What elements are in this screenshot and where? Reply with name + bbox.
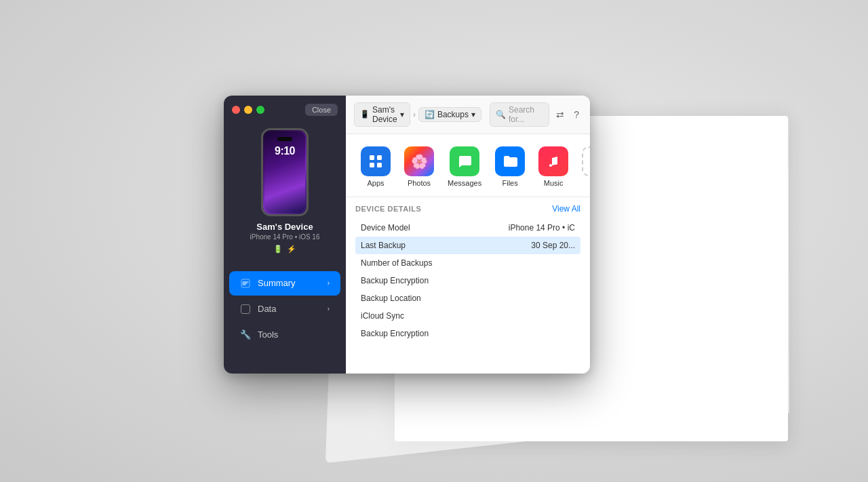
svg-rect-1 [370, 155, 374, 160]
table-row: Backup Encryption [355, 272, 580, 289]
table-row: Backup Location [355, 289, 580, 307]
device-model-info: iPhone 14 Pro • iOS 16 [250, 233, 319, 241]
icloud-sync-key: iCloud Sync [361, 311, 575, 321]
refresh-button[interactable]: ⇄ [553, 106, 567, 123]
photos-icon: 🌸 [404, 146, 434, 176]
messages-label: Messages [448, 179, 481, 187]
backup-location-key: Backup Location [361, 294, 575, 303]
minimize-light[interactable] [244, 106, 252, 114]
close-light[interactable] [232, 106, 240, 114]
table-row: Number of Backups [355, 254, 580, 272]
search-field[interactable]: 🔍 Search for... [490, 102, 549, 127]
breadcrumb-device-chevron: ▾ [400, 110, 404, 119]
details-table: Device Model iPhone 14 Pro • iC Last Bac… [355, 219, 580, 342]
backup-enc2-key: Backup Encryption [361, 329, 575, 338]
phone-small-icon: 📱 [360, 110, 370, 119]
sidebar-nav: Summary › Data › 🔧 Tools [224, 264, 346, 374]
data-nav-icon [240, 304, 251, 315]
search-icon: 🔍 [496, 110, 506, 119]
details-section: DEVICE DETAILS View All Device Model iPh… [346, 197, 590, 374]
battery-icon: 🔋 [273, 245, 283, 254]
last-backup-key: Last Backup [361, 241, 531, 250]
nav-tools-label: Tools [258, 329, 278, 340]
backup-encryption-key: Backup Encryption [361, 276, 575, 285]
summary-icon [240, 278, 251, 289]
nav-data-label: Data [258, 304, 276, 314]
photos-label: Photos [408, 179, 431, 187]
app-window: Close 9:10 Sam's Device iPhone 14 Pro • … [224, 96, 590, 374]
help-button[interactable]: ? [571, 106, 582, 123]
add-icon-item[interactable]: + Add [576, 142, 590, 191]
breadcrumb-section[interactable]: 🔄 Backups ▾ [418, 107, 481, 122]
toolbar: 📱 Sam's Device ▾ › 🔄 Backups ▾ 🔍 Search … [346, 96, 590, 134]
icon-grid: Apps 🌸 Photos Messages [346, 134, 590, 197]
phone-mockup: 9:10 [261, 128, 309, 216]
music-label: Music [544, 179, 564, 187]
apps-icon-item[interactable]: Apps [355, 142, 396, 191]
breadcrumb-separator: › [413, 110, 416, 119]
phone-screen: 9:10 [264, 132, 305, 213]
nav-item-summary[interactable]: Summary › [229, 271, 340, 296]
num-backups-key: Number of Backups [361, 258, 575, 268]
last-backup-value: 30 Sep 20... [531, 241, 575, 250]
breadcrumb-section-label: Backups [437, 110, 469, 119]
table-row: Device Model iPhone 14 Pro • iC [355, 219, 580, 237]
apps-icon [361, 146, 391, 176]
sidebar: Close 9:10 Sam's Device iPhone 14 Pro • … [224, 96, 346, 374]
music-icon-item[interactable]: Music [533, 142, 574, 191]
device-model-value: iPhone 14 Pro • iC [509, 223, 575, 233]
content-area: 📱 Sam's Device ▾ › 🔄 Backups ▾ 🔍 Search … [346, 96, 590, 374]
fullscreen-light[interactable] [256, 106, 264, 114]
backup-icon: 🔄 [425, 110, 435, 119]
breadcrumb: 📱 Sam's Device ▾ › 🔄 Backups ▾ [354, 102, 481, 127]
photos-icon-item[interactable]: 🌸 Photos [399, 142, 439, 191]
device-info: 9:10 Sam's Device iPhone 14 Pro • iOS 16… [224, 121, 346, 264]
tools-icon: 🔧 [240, 329, 251, 340]
apps-label: Apps [367, 179, 384, 187]
messages-icon-item[interactable]: Messages [442, 142, 487, 191]
traffic-lights [232, 106, 264, 114]
view-all-link[interactable]: View All [552, 204, 580, 214]
data-chevron: › [328, 305, 330, 313]
device-model-key: Device Model [361, 223, 509, 233]
svg-rect-3 [370, 163, 374, 167]
device-name: Sam's Device [256, 222, 313, 232]
music-icon [538, 146, 568, 176]
details-header: DEVICE DETAILS View All [355, 204, 580, 214]
nav-summary-label: Summary [258, 278, 296, 288]
files-label: Files [502, 179, 518, 187]
device-status-icons: 🔋 ⚡ [273, 245, 296, 254]
svg-rect-4 [377, 163, 382, 167]
files-icon-item[interactable]: Files [490, 142, 530, 191]
svg-rect-2 [377, 155, 382, 160]
breadcrumb-section-chevron: ▾ [471, 110, 475, 119]
breadcrumb-device-label: Sam's Device [372, 105, 397, 124]
nav-item-data[interactable]: Data › [229, 297, 340, 321]
messages-icon [450, 146, 479, 176]
nav-item-tools[interactable]: 🔧 Tools [229, 323, 340, 347]
phone-time: 9:10 [275, 145, 295, 157]
wrench-icon: 🔧 [240, 329, 251, 340]
breadcrumb-device[interactable]: 📱 Sam's Device ▾ [354, 102, 410, 127]
search-placeholder: Search for... [509, 105, 543, 124]
add-icon: + [582, 146, 590, 176]
summary-chevron: › [328, 279, 330, 287]
data-checkbox [241, 304, 250, 314]
sidebar-header: Close [224, 96, 346, 121]
files-icon [495, 146, 525, 176]
table-row: iCloud Sync [355, 307, 580, 325]
lightning-icon: ⚡ [287, 245, 296, 254]
dynamic-island [277, 137, 292, 141]
details-title: DEVICE DETAILS [355, 205, 421, 213]
table-row: Last Backup 30 Sep 20... [355, 237, 580, 254]
table-row: Backup Encryption [355, 325, 580, 342]
close-button[interactable]: Close [305, 104, 338, 116]
